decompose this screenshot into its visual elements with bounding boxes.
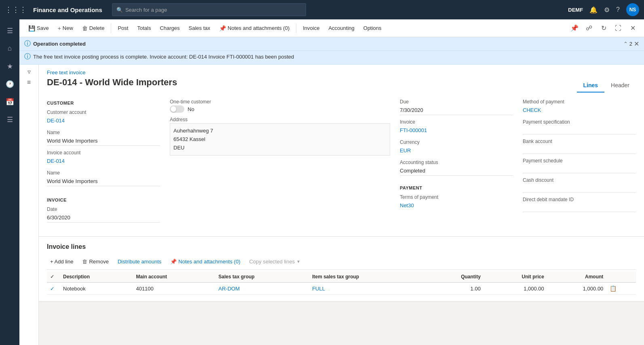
payment-specification-field: Payment specification xyxy=(523,119,636,135)
notification-icon[interactable]: 🔔 xyxy=(589,6,598,14)
customer-name2-label: Name xyxy=(47,170,160,176)
tab-header[interactable]: Header xyxy=(604,79,636,93)
help-icon[interactable]: ? xyxy=(616,6,620,13)
customer-name-field: Name World Wide Importers xyxy=(47,130,160,146)
terms-of-payment-value[interactable]: Net30 xyxy=(400,201,513,210)
app-title: Finance and Operations xyxy=(33,6,102,13)
row-copy[interactable]: 📋 xyxy=(606,282,636,295)
row-amount: 1,000.00 xyxy=(547,282,607,295)
toggle-knob xyxy=(171,106,176,112)
new-button[interactable]: + New xyxy=(54,23,77,33)
search-bar[interactable]: 🔍 Search for a page xyxy=(112,3,306,16)
save-icon: 💾 xyxy=(28,25,35,32)
info-message-bar: ⓘ The free text invoice posting process … xyxy=(19,51,644,65)
address-line2: 65432 Kassel xyxy=(173,135,386,144)
notes-attachments-button[interactable]: 📌 Notes and attachments (0) xyxy=(215,23,293,33)
due-label: Due xyxy=(400,99,513,105)
invoice-lines-section: Invoice lines + Add line 🗑 Remove xyxy=(39,236,644,301)
avatar[interactable]: NS xyxy=(626,3,639,16)
close-msg-icon[interactable]: ✕ xyxy=(634,40,639,48)
one-time-toggle[interactable] xyxy=(170,105,184,113)
sidenav-star-icon[interactable]: ★ xyxy=(2,58,18,74)
customer-column: CUSTOMER Customer account DE-014 Name Wo… xyxy=(47,99,160,227)
post-button[interactable]: Post xyxy=(114,23,132,33)
sidenav-list-icon[interactable]: ☰ xyxy=(2,111,18,128)
refresh-icon[interactable]: ↻ xyxy=(597,22,610,35)
sidenav-clock-icon[interactable]: 🕐 xyxy=(2,76,18,92)
dropdown-arrow: ▼ xyxy=(296,259,300,264)
customer-account-value[interactable]: DE-014 xyxy=(47,116,160,126)
col-quantity: Quantity xyxy=(427,271,484,282)
table-row[interactable]: ✓ Notebook 401100 AR-DOM FULL 1.00 1,000… xyxy=(47,282,636,295)
operation-completed-text: Operation completed xyxy=(33,41,86,47)
info-circle-icon-1: ⓘ xyxy=(24,40,31,48)
row-item-sales-tax-group[interactable]: FULL xyxy=(309,282,426,295)
page-title: DE-014 - World Wide Importers xyxy=(47,77,177,88)
sales-tax-button[interactable]: Sales tax xyxy=(185,23,214,33)
address-box: Auherhahnweg 7 65432 Kassel DEU xyxy=(170,123,390,156)
close-icon[interactable]: ✕ xyxy=(626,22,639,35)
cash-discount-value[interactable] xyxy=(523,184,636,193)
row-quantity: 1.00 xyxy=(427,282,484,295)
charges-button[interactable]: Charges xyxy=(156,23,184,33)
invoice-section-title: INVOICE xyxy=(47,198,160,202)
invoice-ref-value[interactable]: FTI-000001 xyxy=(400,126,513,135)
lines-notes-button[interactable]: 📌 Notes and attachments (0) xyxy=(167,257,243,266)
grid-icon[interactable]: ⋮⋮⋮ xyxy=(5,5,27,14)
col-main-account: Main account xyxy=(133,271,215,282)
save-button[interactable]: 💾 Save xyxy=(24,23,53,33)
remove-button[interactable]: 🗑 Remove xyxy=(79,257,112,266)
copy-selected-lines-button[interactable]: Copy selected lines ▼ xyxy=(246,257,304,266)
content-scroll[interactable]: Free text invoice DE-014 - World Wide Im… xyxy=(39,65,644,345)
add-line-button[interactable]: + Add line xyxy=(47,257,76,266)
due-value[interactable]: 7/30/2020 xyxy=(400,105,513,115)
delete-button[interactable]: 🗑 Delete xyxy=(78,23,109,33)
options-button[interactable]: Options xyxy=(359,23,386,33)
sidenav-calendar-icon[interactable]: 📅 xyxy=(2,94,18,110)
row-check[interactable]: ✓ xyxy=(47,282,60,295)
chevron-up-icon[interactable]: ⌃ xyxy=(623,41,628,47)
sidenav-home-icon[interactable]: ⌂ xyxy=(2,40,18,57)
address-field: Address Auherhahnweg 7 65432 Kassel DEU xyxy=(170,117,390,156)
customer-account-field: Customer account DE-014 xyxy=(47,109,160,126)
accounting-button[interactable]: Accounting xyxy=(324,23,358,33)
settings-icon[interactable]: ⚙ xyxy=(604,6,610,14)
invoice-lines-table: ✓ Description Main account xyxy=(47,271,636,295)
invoice-button[interactable]: Invoice xyxy=(299,23,323,33)
check-header-icon: ✓ xyxy=(50,274,54,280)
payment-specification-value[interactable] xyxy=(523,126,636,135)
remove-icon: 🗑 xyxy=(82,259,87,265)
info-message-text: The free text invoice posting process is… xyxy=(33,54,294,60)
tab-lines[interactable]: Lines xyxy=(577,79,605,93)
customer-account-label: Customer account xyxy=(47,109,160,115)
split-icon[interactable]: ☍ xyxy=(583,22,595,35)
distribute-amounts-button[interactable]: Distribute amounts xyxy=(114,257,165,266)
invoice-account-value[interactable]: DE-014 xyxy=(47,156,160,166)
delete-icon: 🗑 xyxy=(82,25,88,32)
pin-icon[interactable]: 📌 xyxy=(568,22,581,35)
row-sales-tax-group[interactable]: AR-DOM xyxy=(215,282,309,295)
invoice-date-value[interactable]: 6/30/2020 xyxy=(47,213,160,223)
new-icon: + xyxy=(58,25,61,32)
fullscreen-icon[interactable]: ⛶ xyxy=(612,22,625,35)
col-unit-price: Unit price xyxy=(484,271,547,282)
one-time-customer-label: One-time customer xyxy=(170,99,390,105)
filter-icon[interactable]: ▿ xyxy=(27,68,31,76)
direct-debit-value[interactable] xyxy=(523,203,636,212)
sidenav-menu-icon[interactable]: ☰ xyxy=(2,23,18,39)
payment-schedule-value[interactable] xyxy=(523,164,636,173)
currency-value[interactable]: EUR xyxy=(400,146,513,156)
bank-account-value[interactable] xyxy=(523,145,636,154)
lines-toolbar: + Add line 🗑 Remove Distribute amounts 📌 xyxy=(47,255,636,270)
method-of-payment-value[interactable]: CHECK xyxy=(523,105,636,115)
method-of-payment-field: Method of payment CHECK xyxy=(523,99,636,115)
breadcrumb[interactable]: Free text invoice xyxy=(47,69,636,76)
list-view-icon[interactable]: ≡ xyxy=(27,79,31,86)
col-amount: Amount xyxy=(547,271,607,282)
totals-button[interactable]: Totals xyxy=(133,23,155,33)
cmd-separator-1 xyxy=(111,23,111,33)
message-nav: ⌃ 2 ✕ xyxy=(623,40,639,48)
address-line3: DEU xyxy=(173,144,386,152)
payment-section: PAYMENT Terms of payment Net30 xyxy=(400,181,513,210)
customer-name-value: World Wide Importers xyxy=(47,136,160,146)
